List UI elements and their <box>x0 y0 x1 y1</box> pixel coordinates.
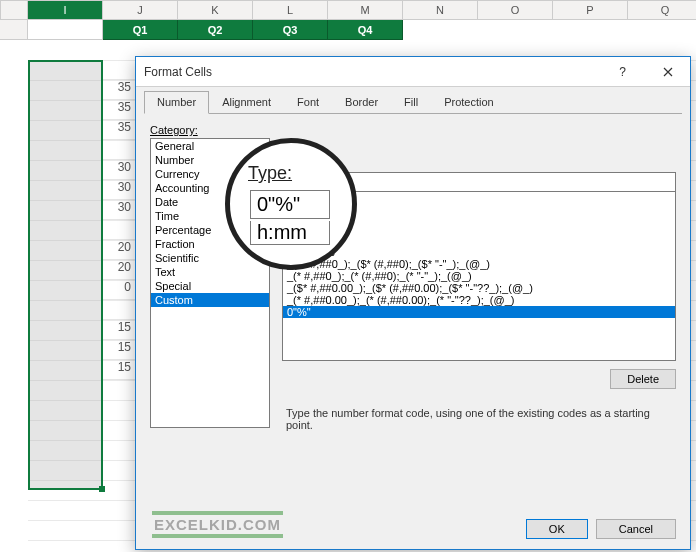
cell[interactable] <box>103 140 135 160</box>
quarter-header-cell[interactable]: Q2 <box>178 20 253 40</box>
ok-button[interactable]: OK <box>526 519 588 539</box>
column-headers: IJKLMNOPQ <box>0 0 696 20</box>
magnified-type-value: 0"%" <box>250 190 330 219</box>
column-header[interactable]: K <box>178 0 253 20</box>
spreadsheet: IJKLMNOPQ Q1Q2Q3Q4 <box>0 0 696 40</box>
cell[interactable]: 20 <box>103 240 135 260</box>
help-button[interactable]: ? <box>600 57 645 87</box>
close-icon <box>663 67 673 77</box>
magnified-type-label: Type: <box>248 163 292 184</box>
column-header[interactable]: Q <box>628 0 696 20</box>
tab-font[interactable]: Font <box>284 91 332 114</box>
cell[interactable] <box>103 300 135 320</box>
type-list-item[interactable]: 0"%" <box>283 306 675 318</box>
hint-text: Type the number format code, using one o… <box>282 389 676 431</box>
tab-strip: NumberAlignmentFontBorderFillProtection <box>136 87 690 114</box>
fill-handle[interactable] <box>99 486 105 492</box>
magnifier-callout: Type: 0"%" h:mm <box>225 138 357 270</box>
cell[interactable]: 15 <box>103 360 135 380</box>
magnified-list-hint: h:mm <box>250 221 330 245</box>
type-list-item[interactable]: _(* #,##0.00_);_(* (#,##0.00);_(* "-"??_… <box>283 294 675 306</box>
category-label: Category: <box>150 124 270 136</box>
delete-button[interactable]: Delete <box>610 369 676 389</box>
cell[interactable]: 30 <box>103 160 135 180</box>
cell[interactable]: 35 <box>103 80 135 100</box>
column-header[interactable]: L <box>253 0 328 20</box>
category-item[interactable]: Custom <box>151 293 269 307</box>
cell[interactable]: 35 <box>103 100 135 120</box>
cell[interactable] <box>103 60 135 80</box>
format-cells-dialog: Format Cells ? NumberAlignmentFontBorder… <box>135 56 691 550</box>
cell[interactable] <box>103 220 135 240</box>
category-item[interactable]: Text <box>151 265 269 279</box>
column-header[interactable]: O <box>478 0 553 20</box>
tab-fill[interactable]: Fill <box>391 91 431 114</box>
cell[interactable]: 0 <box>103 280 135 300</box>
type-list-item[interactable]: [h]:mm:ss <box>283 246 675 258</box>
titlebar: Format Cells ? <box>136 57 690 87</box>
column-header[interactable]: P <box>553 0 628 20</box>
type-list-item[interactable]: _($* #,##0.00_);_($* (#,##0.00);_($* "-"… <box>283 282 675 294</box>
watermark: EXCELKID.COM <box>152 511 283 538</box>
number-tab-panel: Category: GeneralNumberCurrencyAccountin… <box>136 114 690 441</box>
tab-border[interactable]: Border <box>332 91 391 114</box>
quarter-header-cell[interactable]: Q4 <box>328 20 403 40</box>
close-button[interactable] <box>645 57 690 87</box>
quarter-header-cell[interactable]: Q1 <box>103 20 178 40</box>
visible-data-cells: 35353530303020200151515 <box>103 60 135 380</box>
column-header[interactable]: I <box>28 0 103 20</box>
cell[interactable]: 15 <box>103 340 135 360</box>
column-header[interactable]: N <box>403 0 478 20</box>
column-header[interactable]: J <box>103 0 178 20</box>
cell[interactable]: 30 <box>103 200 135 220</box>
column-header[interactable]: M <box>328 0 403 20</box>
quarter-header-cell[interactable]: Q3 <box>253 20 328 40</box>
tab-protection[interactable]: Protection <box>431 91 507 114</box>
type-list-item[interactable]: _(* #,##0_);_(* (#,##0);_(* "-"_);_(@_) <box>283 270 675 282</box>
cancel-button[interactable]: Cancel <box>596 519 676 539</box>
category-item[interactable]: Special <box>151 279 269 293</box>
cell[interactable]: 35 <box>103 120 135 140</box>
selection-range[interactable] <box>28 60 103 490</box>
tab-number[interactable]: Number <box>144 91 209 114</box>
cell[interactable]: 30 <box>103 180 135 200</box>
quarter-header-row: Q1Q2Q3Q4 <box>0 20 696 40</box>
cell[interactable]: 15 <box>103 320 135 340</box>
tab-alignment[interactable]: Alignment <box>209 91 284 114</box>
cell[interactable]: 20 <box>103 260 135 280</box>
dialog-title: Format Cells <box>144 65 212 79</box>
type-list-item[interactable]: _($* #,##0_);_($* (#,##0);_($* "-"_);_(@… <box>283 258 675 270</box>
